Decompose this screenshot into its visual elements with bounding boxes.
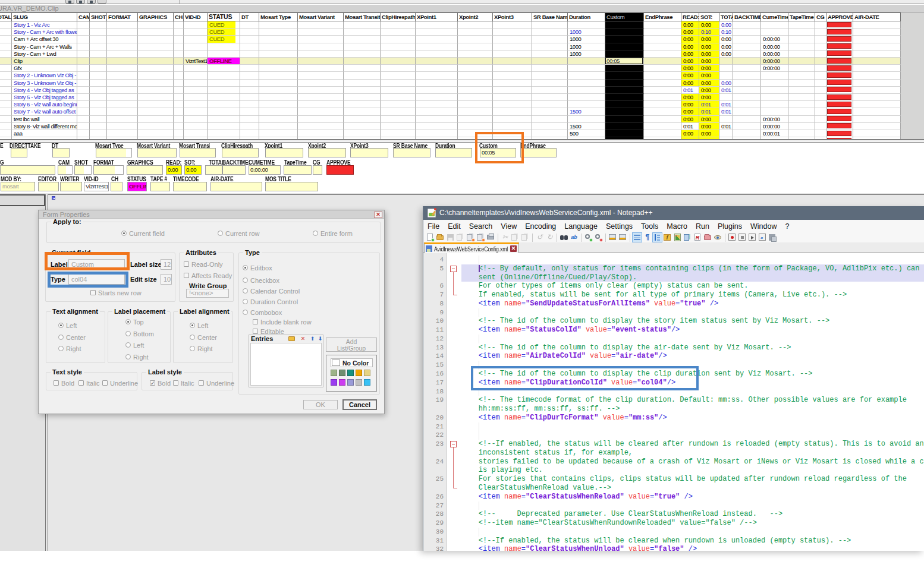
approve-flag[interactable] <box>827 80 851 85</box>
word-wrap-icon[interactable] <box>633 233 642 242</box>
form-field-endphrase[interactable] <box>520 148 557 157</box>
save-macro-icon[interactable] <box>768 233 777 242</box>
color-swatch[interactable] <box>364 379 370 386</box>
form-field-cg[interactable] <box>313 165 322 175</box>
rundown-row[interactable]: Story 3 - Unknown Viz Obj - i0:000:000:0… <box>0 80 901 87</box>
form-field-mosart-variant[interactable] <box>137 148 177 157</box>
notepad-editor[interactable]: 4567891011121314151617181920212223242526… <box>423 253 924 551</box>
rundown-row[interactable]: Story 7 - Viz wall auto offset15000:000:… <box>0 108 901 115</box>
find-icon[interactable] <box>560 233 568 242</box>
menu-tools[interactable]: Tools <box>637 220 662 233</box>
form-field-dt[interactable] <box>52 148 70 157</box>
form-field-ch[interactable] <box>111 182 122 191</box>
form-field-status[interactable]: OFFLINE <box>127 182 147 191</box>
form-field-approve[interactable] <box>326 165 354 175</box>
grid-header-shot[interactable]: SHOT <box>90 13 107 21</box>
color-swatch[interactable] <box>331 379 337 386</box>
color-swatch[interactable] <box>347 370 354 376</box>
text-style-bold-checkbox[interactable] <box>54 380 59 386</box>
approve-flag[interactable] <box>827 102 851 107</box>
fold-margin[interactable] <box>447 253 461 551</box>
menu-window[interactable]: Window <box>746 220 781 233</box>
radio-label-align-right[interactable] <box>190 346 195 351</box>
open-file-icon[interactable] <box>436 233 445 242</box>
form-field-vid-id[interactable]: VizrtTest1 <box>84 182 109 191</box>
menu-macro[interactable]: Macro <box>662 220 692 233</box>
radio-calendar-control[interactable] <box>243 288 248 294</box>
grid-header-ch[interactable]: CH <box>174 13 184 21</box>
grid-header-air-date[interactable]: AIR-DATE <box>853 13 901 21</box>
save-copy-icon[interactable] <box>456 233 465 242</box>
rundown-row[interactable]: Story - Cam + Arc + Walls10000:000:000:0… <box>0 43 901 51</box>
approve-flag[interactable] <box>827 123 851 128</box>
color-swatch[interactable] <box>339 379 345 386</box>
fold-collapse-icon[interactable] <box>450 266 457 272</box>
undo-icon[interactable]: ↺ <box>535 233 544 242</box>
grid-header-cg[interactable]: CG <box>815 13 826 21</box>
read-only-checkbox[interactable] <box>184 261 189 267</box>
approve-flag[interactable] <box>827 72 851 78</box>
grid-header-graphics[interactable]: GRAPHICS <box>138 13 174 21</box>
approve-flag[interactable] <box>827 51 851 56</box>
form-field-sot-[interactable]: 0:00 <box>184 165 202 175</box>
radio-label-place-right[interactable] <box>125 354 131 359</box>
grid-header-xpoint2[interactable]: Xpoint2 <box>458 13 493 21</box>
rundown-row[interactable]: Cam + Arc offset 30CUED10000:000:000:000… <box>0 36 901 43</box>
form-field-read-[interactable]: 0:00 <box>166 165 182 175</box>
new-file-icon[interactable] <box>426 233 435 242</box>
form-field-xpoint2[interactable] <box>308 148 346 157</box>
fold-collapse-icon[interactable] <box>450 441 457 447</box>
save-session-icon[interactable] <box>618 233 627 242</box>
doc-map-icon[interactable] <box>673 233 682 242</box>
menu-settings[interactable]: Settings <box>602 220 637 233</box>
radio-label-align-center[interactable] <box>190 335 195 340</box>
form-field-directtake[interactable] <box>11 148 27 157</box>
color-swatch[interactable] <box>339 370 345 376</box>
form-field-timecode[interactable] <box>173 182 207 191</box>
view-icon[interactable] <box>714 233 722 242</box>
approve-flag[interactable] <box>827 131 851 136</box>
form-field-mosart-transition[interactable] <box>180 148 216 157</box>
grid-header-sr-base-name[interactable]: SR Base Name <box>532 13 568 21</box>
form-field-tapetime[interactable] <box>284 165 312 175</box>
grid-header-mosart-variant[interactable]: Mosart Variant <box>298 13 344 21</box>
grid-header-duration[interactable]: Duration <box>568 13 605 21</box>
grid-header-cam[interactable]: CAM <box>77 13 90 21</box>
grid-header-total[interactable]: TOTAL <box>719 13 733 21</box>
form-field-writer[interactable] <box>60 182 82 191</box>
approve-flag[interactable] <box>827 87 851 92</box>
radio-label-align-left[interactable] <box>190 323 195 328</box>
form-field-format[interactable] <box>93 165 124 175</box>
radio-combobox[interactable] <box>243 310 248 315</box>
save-icon[interactable] <box>446 233 455 242</box>
radio-entire-form[interactable] <box>313 231 318 236</box>
paste-icon[interactable] <box>521 233 530 242</box>
form-field-graphics[interactable] <box>127 165 163 175</box>
menu-help[interactable]: ? <box>781 220 793 233</box>
rundown-row[interactable]: Story 4 - Viz Obj tagged as0:010:000:01 <box>0 87 901 94</box>
indent-guide-icon[interactable] <box>653 233 662 242</box>
include-blank-row-checkbox[interactable] <box>253 319 258 324</box>
form-field-air-date[interactable] <box>210 182 262 191</box>
radio-current-row[interactable] <box>218 231 223 236</box>
show-all-chars-icon[interactable]: ¶ <box>643 233 652 242</box>
affects-ready-checkbox[interactable] <box>184 273 189 278</box>
text-style-italic-checkbox[interactable] <box>78 380 84 386</box>
grid-header-tapetime[interactable]: TapeTime <box>788 13 815 21</box>
menu-plugins[interactable]: Plugins <box>714 220 746 233</box>
restore-session-icon[interactable] <box>608 233 617 242</box>
form-field-duration[interactable] <box>435 148 472 157</box>
toolbar-button-stub[interactable] <box>76 0 85 4</box>
approve-flag[interactable] <box>827 36 851 42</box>
edit-size-input[interactable]: 10 <box>161 274 172 285</box>
form-field-cumetime[interactable]: 0:00:00 <box>249 165 281 175</box>
form-field-mos-title[interactable] <box>265 182 318 191</box>
form-field-mod-by-[interactable]: mosart <box>1 182 35 191</box>
toolbar-button-stub[interactable] <box>98 0 106 4</box>
grid-header-sot-[interactable]: SOT: <box>699 13 719 21</box>
form-field-xpoint3[interactable] <box>350 148 388 157</box>
radio-label-place-top[interactable] <box>125 319 131 324</box>
label-style-italic-checkbox[interactable] <box>173 380 178 386</box>
code-area[interactable]: <!-- By default, only status for items c… <box>461 253 924 551</box>
run-script-icon[interactable]: R <box>693 233 702 242</box>
